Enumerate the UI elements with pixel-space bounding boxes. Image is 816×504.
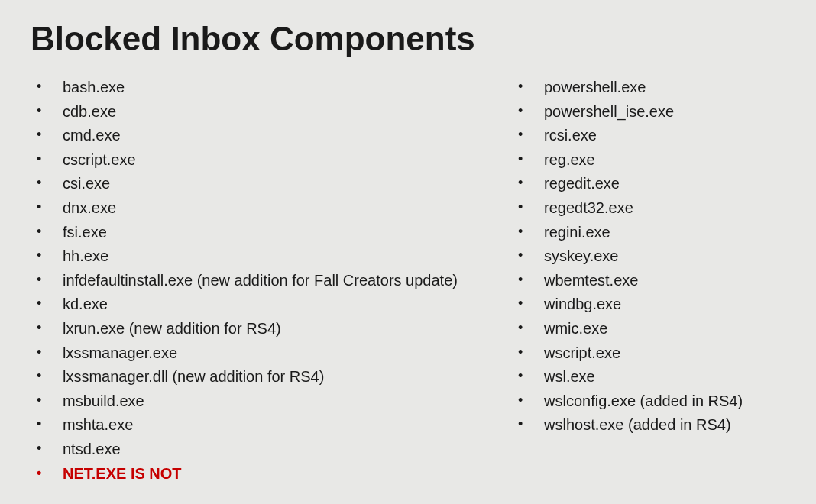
list-item: ntsd.exe bbox=[31, 438, 458, 461]
list-item: wslconfig.exe (added in RS4) bbox=[512, 390, 785, 413]
list-item: cscript.exe bbox=[31, 149, 458, 172]
list-item: wbemtest.exe bbox=[512, 270, 785, 292]
list-item: reg.exe bbox=[512, 149, 785, 172]
list-item: regedit.exe bbox=[512, 173, 785, 195]
list-item: lxssmanager.exe bbox=[31, 342, 458, 365]
list-item: cdb.exe bbox=[31, 101, 458, 124]
list-item: lxssmanager.dll (new addition for RS4) bbox=[31, 366, 458, 389]
list-item: lxrun.exe (new addition for RS4) bbox=[31, 318, 458, 341]
list-item: bash.exe bbox=[31, 76, 458, 99]
slide-title: Blocked Inbox Components bbox=[31, 20, 785, 58]
list-item: windbg.exe bbox=[512, 293, 785, 316]
right-column: powershell.exepowershell_ise.exercsi.exe… bbox=[481, 76, 785, 486]
list-item: dnx.exe bbox=[31, 197, 458, 220]
list-item: wmic.exe bbox=[512, 318, 785, 341]
left-list: bash.execdb.execmd.execscript.execsi.exe… bbox=[31, 76, 458, 485]
list-item: syskey.exe bbox=[512, 245, 785, 268]
two-column-layout: bash.execdb.execmd.execscript.execsi.exe… bbox=[31, 76, 785, 486]
list-item: cmd.exe bbox=[31, 124, 458, 147]
list-item: csi.exe bbox=[31, 173, 458, 195]
list-item: fsi.exe bbox=[31, 221, 458, 244]
list-item: wsl.exe bbox=[512, 366, 785, 389]
list-item: NET.EXE IS NOT bbox=[31, 463, 458, 486]
left-column: bash.execdb.execmd.execscript.execsi.exe… bbox=[31, 76, 458, 486]
list-item: regedt32.exe bbox=[512, 197, 785, 220]
list-item: hh.exe bbox=[31, 245, 458, 268]
list-item: rcsi.exe bbox=[512, 124, 785, 147]
list-item: msbuild.exe bbox=[31, 390, 458, 413]
right-list: powershell.exepowershell_ise.exercsi.exe… bbox=[512, 76, 785, 437]
list-item: wslhost.exe (added in RS4) bbox=[512, 414, 785, 437]
list-item: regini.exe bbox=[512, 221, 785, 244]
list-item: powershell.exe bbox=[512, 76, 785, 99]
list-item: kd.exe bbox=[31, 293, 458, 316]
list-item: powershell_ise.exe bbox=[512, 101, 785, 124]
list-item: mshta.exe bbox=[31, 414, 458, 437]
list-item: wscript.exe bbox=[512, 342, 785, 365]
list-item: infdefaultinstall.exe (new addition for … bbox=[31, 270, 458, 292]
